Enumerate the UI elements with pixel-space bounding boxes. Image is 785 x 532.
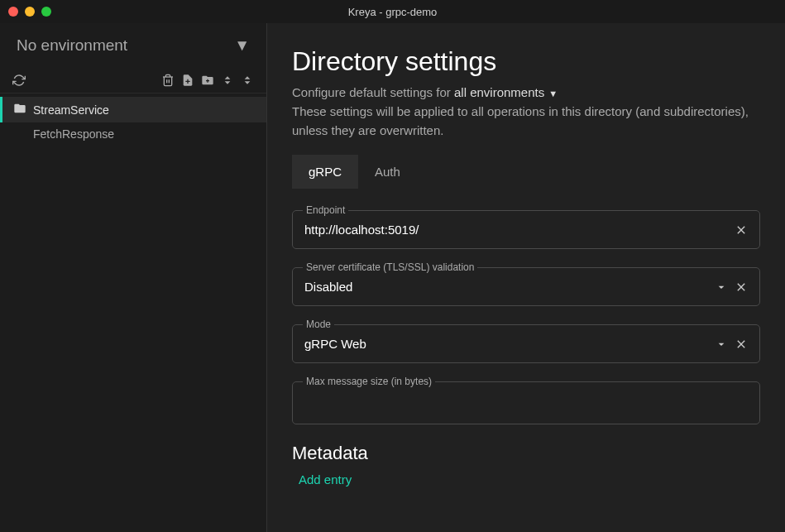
tree-item-fetchresponse[interactable]: FetchResponse — [0, 122, 266, 146]
clear-icon[interactable] — [735, 338, 748, 351]
minimize-window-button[interactable] — [25, 7, 35, 17]
endpoint-label: Endpoint — [303, 204, 348, 216]
folder-icon — [13, 102, 26, 117]
main-panel: Directory settings Configure default set… — [267, 23, 785, 532]
max-message-label: Max message size (in bytes) — [303, 376, 435, 387]
tree-folder-streamservice[interactable]: StreamService — [0, 97, 266, 122]
window-title: Kreya - grpc-demo — [348, 6, 438, 18]
environment-label: No environment — [17, 36, 127, 55]
max-message-field: Max message size (in bytes) — [292, 381, 760, 424]
sidebar-toolbar — [0, 68, 266, 93]
endpoint-input[interactable] — [304, 223, 728, 237]
tree-folder-label: StreamService — [33, 103, 109, 117]
mode-field: Mode gRPC Web — [292, 324, 760, 363]
new-folder-icon[interactable] — [200, 73, 215, 88]
caret-down-icon[interactable] — [715, 338, 728, 351]
page-title: Directory settings — [292, 46, 760, 77]
clear-icon[interactable] — [735, 223, 748, 237]
description: These settings will be applied to all op… — [292, 103, 760, 140]
tls-label: Server certificate (TLS/SSL) validation — [303, 261, 477, 273]
metadata-title: Metadata — [292, 443, 760, 464]
new-file-icon[interactable] — [180, 73, 195, 88]
max-message-input[interactable] — [304, 394, 748, 408]
subtitle: Configure default settings for all envir… — [292, 85, 760, 99]
sidebar: No environment ▼ — [0, 23, 267, 532]
trash-icon[interactable] — [160, 73, 175, 88]
tree-item-label: FetchResponse — [33, 127, 114, 141]
refresh-icon[interactable] — [12, 73, 26, 88]
tab-auth[interactable]: Auth — [358, 155, 417, 189]
tls-field: Server certificate (TLS/SSL) validation … — [292, 267, 760, 306]
expand-all-icon[interactable] — [220, 73, 235, 88]
maximize-window-button[interactable] — [41, 7, 51, 17]
caret-down-icon[interactable] — [715, 280, 728, 294]
add-entry-button[interactable]: Add entry — [292, 472, 760, 486]
mode-select[interactable]: gRPC Web — [304, 337, 708, 351]
collapse-all-icon[interactable] — [240, 73, 255, 88]
mode-label: Mode — [303, 319, 334, 330]
titlebar: Kreya - grpc-demo — [0, 0, 785, 23]
tab-grpc[interactable]: gRPC — [292, 155, 358, 189]
env-scope-selector[interactable]: all environments ▼ — [454, 85, 558, 99]
env-scope-label: all environments — [454, 85, 544, 99]
environment-selector[interactable]: No environment ▼ — [0, 23, 266, 68]
caret-down-icon: ▼ — [234, 36, 250, 55]
close-window-button[interactable] — [8, 7, 18, 17]
clear-icon[interactable] — [735, 280, 748, 294]
tls-select[interactable]: Disabled — [304, 280, 708, 294]
file-tree: StreamService FetchResponse — [0, 93, 266, 146]
tabs: gRPC Auth — [292, 155, 760, 189]
subtitle-prefix: Configure default settings for — [292, 85, 454, 99]
endpoint-field: Endpoint — [292, 210, 760, 249]
window-controls — [8, 7, 51, 17]
caret-down-icon: ▼ — [546, 89, 558, 98]
